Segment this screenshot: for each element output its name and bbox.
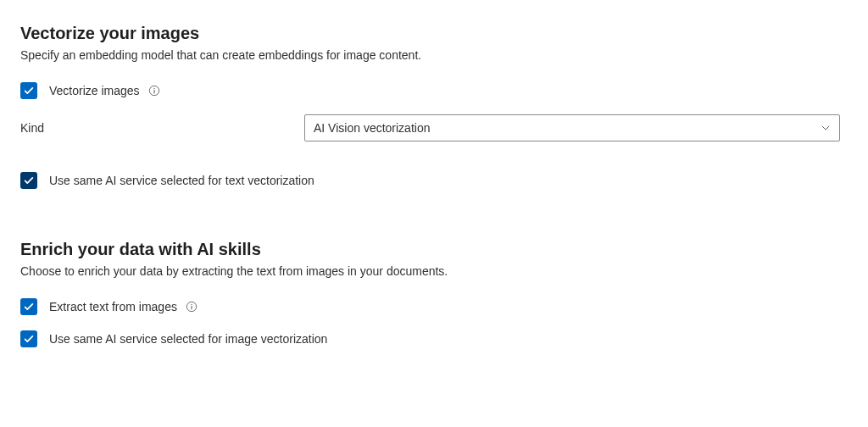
svg-rect-5 [191, 306, 192, 309]
vectorize-images-row: Vectorize images [20, 82, 848, 99]
extract-text-checkbox[interactable] [20, 298, 37, 315]
vectorize-images-section: Vectorize your images Specify an embeddi… [20, 24, 848, 189]
checkmark-icon [23, 301, 35, 313]
kind-label: Kind [20, 121, 304, 135]
info-icon[interactable] [186, 301, 198, 313]
same-ai-image-checkbox[interactable] [20, 330, 37, 347]
enrich-description: Choose to enrich your data by extracting… [20, 264, 848, 278]
vectorize-images-label: Vectorize images [49, 84, 140, 97]
svg-rect-2 [153, 90, 154, 93]
vectorize-description: Specify an embedding model that can crea… [20, 48, 848, 62]
kind-select[interactable]: AI Vision vectorization [304, 114, 840, 141]
same-ai-text-checkbox[interactable] [20, 172, 37, 189]
checkmark-icon [23, 85, 35, 97]
vectorize-images-checkbox[interactable] [20, 82, 37, 99]
same-ai-image-row: Use same AI service selected for image v… [20, 330, 848, 347]
kind-row: Kind AI Vision vectorization [20, 114, 848, 141]
extract-text-row: Extract text from images [20, 298, 848, 315]
info-icon[interactable] [148, 85, 160, 97]
svg-point-1 [153, 88, 154, 89]
same-ai-image-label: Use same AI service selected for image v… [49, 332, 327, 346]
same-ai-text-row: Use same AI service selected for text ve… [20, 172, 848, 189]
enrich-data-section: Enrich your data with AI skills Choose t… [20, 240, 848, 347]
vectorize-title: Vectorize your images [20, 24, 848, 43]
svg-point-4 [191, 304, 192, 305]
same-ai-text-label: Use same AI service selected for text ve… [49, 174, 314, 187]
extract-text-label: Extract text from images [49, 300, 177, 313]
chevron-down-icon [821, 123, 831, 133]
checkmark-icon [23, 333, 35, 345]
kind-select-value: AI Vision vectorization [314, 121, 430, 135]
enrich-title: Enrich your data with AI skills [20, 240, 848, 259]
checkmark-icon [23, 175, 35, 186]
